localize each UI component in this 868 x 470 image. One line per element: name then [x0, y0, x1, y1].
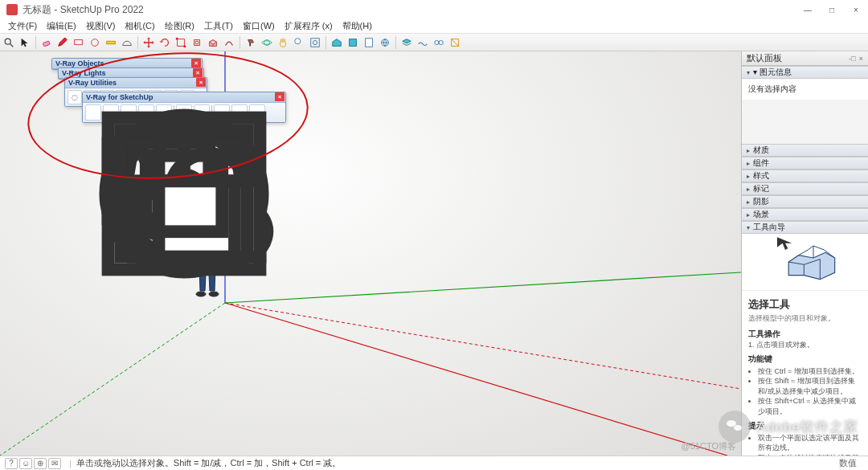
svg-rect-16: [366, 38, 373, 47]
mod-line: 按住 Ctrl = 增加项目到选择集。: [758, 366, 862, 377]
menu-file[interactable]: 文件(F): [3, 20, 42, 32]
move-icon[interactable]: [141, 35, 156, 50]
watermark-logo: Adobe软件之家: [719, 411, 858, 443]
select-icon[interactable]: [18, 35, 32, 50]
pencil-icon[interactable]: [55, 35, 70, 50]
rectangle-icon[interactable]: [72, 35, 86, 50]
watermark-label: Adobe软件之家: [757, 418, 858, 436]
pin-icon[interactable]: -□: [849, 55, 855, 63]
window-controls: — □ ×: [796, 0, 868, 19]
separator: [240, 36, 240, 49]
offset-icon[interactable]: [190, 35, 204, 50]
circle-icon[interactable]: [88, 35, 102, 50]
menu-draw[interactable]: 绘图(R): [160, 20, 199, 32]
geo-icon[interactable]: [378, 35, 392, 50]
sandbox-icon[interactable]: [416, 35, 430, 50]
layout-icon[interactable]: [362, 35, 376, 50]
geo-icon[interactable]: ⊕: [34, 458, 47, 469]
menubar: 文件(F) 编辑(E) 视图(V) 相机(C) 绘图(R) 工具(T) 窗口(W…: [0, 19, 868, 34]
svg-line-26: [0, 303, 225, 456]
svg-rect-7: [176, 37, 178, 39]
credits-icon[interactable]: ✉: [48, 458, 61, 469]
instructor-subtitle: 选择模型中的项目和对象。: [748, 313, 862, 324]
scale-icon[interactable]: [174, 35, 188, 50]
close-button[interactable]: ×: [844, 0, 868, 19]
app-icon: [6, 4, 18, 15]
svg-point-14: [313, 40, 317, 44]
eraser-icon[interactable]: [39, 35, 54, 50]
instructor-title[interactable]: 工具向导: [742, 221, 868, 234]
svg-point-11: [262, 40, 272, 43]
followme-icon[interactable]: [222, 35, 236, 50]
statusbar: ? ☺ ⊕ ✉ | 单击或拖动以选择对象。Shift = 加/减，Ctrl = …: [0, 456, 868, 470]
toolbar-title[interactable]: V-Ray Utilities×: [65, 78, 207, 88]
layers-icon[interactable]: [399, 35, 414, 50]
svg-line-21: [452, 39, 459, 46]
tags-title[interactable]: 标记: [742, 182, 868, 195]
user-icon[interactable]: ☺: [19, 458, 32, 469]
soften-icon[interactable]: [432, 35, 446, 50]
separator: [137, 36, 138, 49]
status-icons: ? ☺ ⊕ ✉: [5, 458, 61, 469]
svg-line-23: [225, 272, 741, 303]
svg-point-4: [92, 39, 99, 46]
rotate-icon[interactable]: [158, 35, 172, 50]
warehouse-icon[interactable]: [330, 35, 344, 50]
pushpull-icon[interactable]: [206, 35, 220, 50]
close-icon[interactable]: ×: [193, 68, 203, 77]
svg-line-1: [10, 43, 14, 47]
menu-window[interactable]: 窗口(W): [238, 20, 280, 32]
separator: [326, 36, 326, 49]
svg-point-18: [435, 40, 439, 44]
zoom-extents-icon[interactable]: [308, 35, 322, 50]
menu-extensions[interactable]: 扩展程序 (x): [280, 20, 338, 32]
pan-icon[interactable]: [276, 35, 290, 50]
svg-rect-15: [350, 39, 357, 46]
ops-line: 1. 点击项目或对象。: [748, 340, 862, 350]
svg-rect-2: [43, 41, 50, 47]
vray-lock-btn[interactable]: [249, 104, 265, 121]
svg-rect-3: [75, 39, 83, 44]
scenes-title[interactable]: 场景: [742, 208, 868, 221]
shadows-title[interactable]: 阴影: [742, 195, 868, 208]
mod-label: 功能键: [748, 354, 862, 365]
search-icon[interactable]: [2, 35, 16, 50]
instructor-illustration: [742, 234, 868, 291]
tray-header[interactable]: 默认面板 -□×: [742, 51, 868, 66]
svg-rect-9: [249, 43, 251, 46]
vray-main-toolbar[interactable]: V-Ray for SketchUp×: [82, 92, 286, 123]
vray-util-btn[interactable]: ◌: [68, 90, 82, 104]
mod-line: 按住 Shift = 增加项目到选择集和/或从选择集中减少项目。: [758, 376, 862, 396]
protractor-icon[interactable]: [120, 35, 134, 50]
svg-rect-8: [184, 45, 186, 47]
menu-edit[interactable]: 编辑(E): [42, 20, 81, 32]
close-icon[interactable]: ×: [196, 78, 206, 87]
titlebar: 无标题 - SketchUp Pro 2022 — □ ×: [0, 0, 868, 19]
window-title: 无标题 - SketchUp Pro 2022: [23, 3, 144, 17]
menu-tools[interactable]: 工具(T): [199, 20, 238, 32]
close-icon[interactable]: ×: [191, 59, 201, 67]
orbit-icon[interactable]: [260, 35, 274, 50]
main-toolbar: [0, 34, 868, 51]
zoom-icon[interactable]: [292, 35, 306, 50]
viewport[interactable]: V-Ray Objects× V-Ray Lights× V-Ray Utili…: [0, 51, 741, 456]
content-area: V-Ray Objects× V-Ray Lights× V-Ray Utili…: [0, 51, 868, 456]
styles-title[interactable]: 样式: [742, 170, 868, 182]
help-icon[interactable]: ?: [5, 458, 18, 469]
extension-icon[interactable]: [346, 35, 360, 50]
menu-help[interactable]: 帮助(H): [338, 20, 377, 32]
svg-rect-13: [311, 38, 320, 47]
paint-icon[interactable]: [244, 35, 258, 50]
collapse-icon[interactable]: ×: [859, 55, 863, 63]
tape-icon[interactable]: [104, 35, 118, 50]
menu-view[interactable]: 视图(V): [81, 20, 121, 32]
menu-camera[interactable]: 相机(C): [120, 20, 159, 32]
section-icon[interactable]: [448, 35, 462, 50]
svg-line-24: [225, 303, 741, 389]
maximize-button[interactable]: □: [820, 0, 844, 19]
minimize-button[interactable]: —: [796, 0, 820, 19]
materials-title[interactable]: 材质: [742, 144, 868, 157]
separator: [35, 36, 36, 49]
components-title[interactable]: 组件: [742, 157, 868, 170]
entity-info-title[interactable]: ▾ 图元信息: [742, 66, 868, 79]
